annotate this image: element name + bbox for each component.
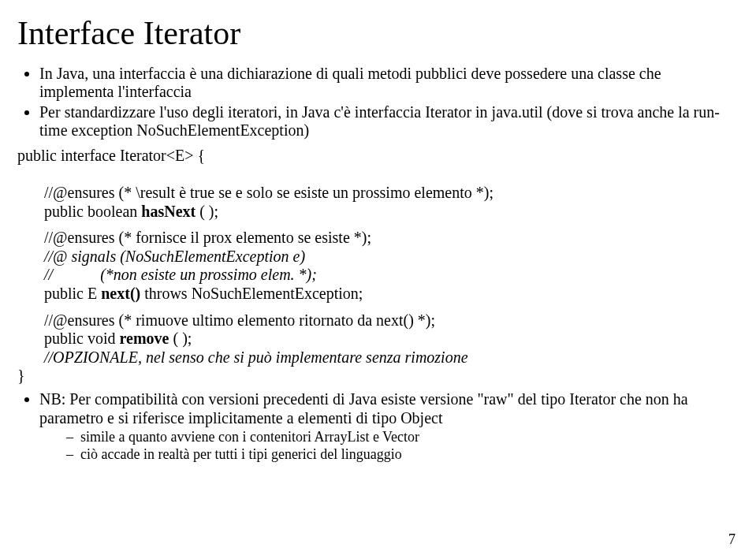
code-line: //@ensures (* \result è true se e solo s… bbox=[44, 184, 739, 203]
page-title: Interface Iterator bbox=[17, 14, 739, 54]
sub-bullet-list: simile a quanto avviene con i contenitor… bbox=[39, 429, 739, 463]
code-keyword: remove bbox=[120, 330, 169, 347]
code-method-next: //@ensures (* fornisce il prox elemento … bbox=[17, 229, 739, 303]
list-item: NB: Per compatibilità con versioni prece… bbox=[39, 390, 739, 464]
page-number: 7 bbox=[728, 531, 736, 548]
list-item: ciò accade in realtà per tutti i tipi ge… bbox=[80, 446, 739, 463]
code-text: (*non esiste un prossimo elem. *); bbox=[100, 266, 317, 283]
code-text: public E bbox=[44, 285, 101, 302]
code-keyword: next() bbox=[101, 285, 140, 302]
code-line: //@ signals (NoSuchElementException e) bbox=[44, 248, 739, 266]
list-item-text: NB: Per compatibilità con versioni prece… bbox=[39, 390, 688, 427]
code-text: public void bbox=[44, 330, 120, 347]
code-text: public boolean bbox=[44, 203, 141, 220]
bottom-bullet-list: NB: Per compatibilità con versioni prece… bbox=[17, 390, 739, 464]
code-line: //@ensures (* fornisce il prox elemento … bbox=[44, 229, 739, 248]
code-method-remove: //@ensures (* rimuove ultimo elemento ri… bbox=[17, 311, 739, 367]
code-text: // bbox=[44, 266, 53, 283]
list-item: Per standardizzare l'uso degli iteratori… bbox=[39, 103, 739, 140]
code-line: //@ensures (* rimuove ultimo elemento ri… bbox=[44, 311, 739, 330]
code-line: public E next() throws NoSuchElementExce… bbox=[44, 285, 739, 304]
list-item: simile a quanto avviene con i contenitor… bbox=[80, 429, 739, 445]
top-bullet-list: In Java, una interfaccia è una dichiaraz… bbox=[17, 65, 739, 140]
code-text: ( ); bbox=[169, 330, 192, 347]
code-text: throws NoSuchElementException; bbox=[140, 285, 363, 302]
list-item: In Java, una interfaccia è una dichiaraz… bbox=[39, 65, 739, 102]
code-method-hasnext: //@ensures (* \result è true se e solo s… bbox=[17, 184, 739, 221]
code-text: ( ); bbox=[196, 203, 218, 220]
code-line: public boolean hasNext ( ); bbox=[44, 203, 739, 222]
code-line: public void remove ( ); bbox=[44, 330, 739, 348]
code-keyword: hasNext bbox=[141, 203, 196, 220]
code-line: //OPZIONALE, nel senso che si può implem… bbox=[44, 348, 739, 367]
code-block: public interface Iterator<E> { //@ensure… bbox=[17, 147, 739, 386]
code-line: // (*non esiste un prossimo elem. *); bbox=[44, 266, 739, 285]
code-line: public interface Iterator<E> { bbox=[17, 147, 739, 166]
code-line: } bbox=[17, 367, 739, 386]
